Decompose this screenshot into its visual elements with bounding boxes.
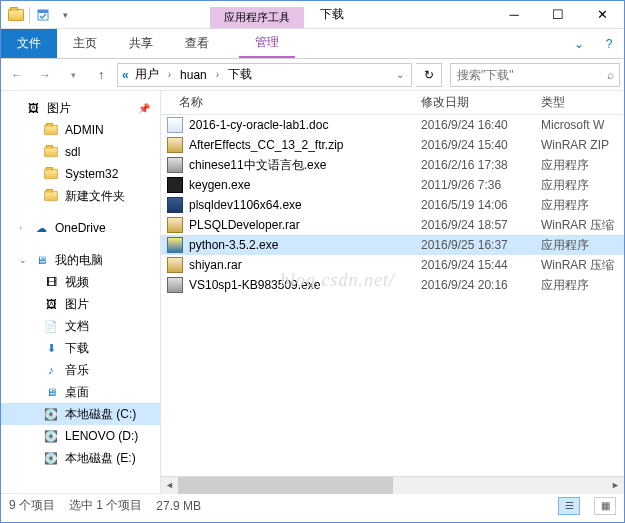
file-type: 应用程序 bbox=[541, 177, 624, 194]
qat-dropdown-icon[interactable]: ▾ bbox=[56, 6, 74, 24]
nav-pane[interactable]: 🖼图片📌 ADMIN sdl System32 新建文件夹 ›☁OneDrive… bbox=[1, 91, 161, 493]
documents-icon: 📄 bbox=[43, 318, 59, 334]
sidebar-item-desktop[interactable]: 🖥桌面 bbox=[1, 381, 160, 403]
file-type: WinRAR 压缩 bbox=[541, 257, 624, 274]
sidebar-item-onedrive[interactable]: ›☁OneDrive bbox=[1, 217, 160, 239]
file-date: 2016/9/24 15:44 bbox=[421, 258, 541, 272]
table-row[interactable]: keygen.exe2011/9/26 7:36应用程序 bbox=[161, 175, 624, 195]
file-name: python-3.5.2.exe bbox=[189, 238, 421, 252]
file-type: 应用程序 bbox=[541, 277, 624, 294]
chevron-right-icon[interactable]: › bbox=[213, 69, 222, 80]
minimize-button[interactable]: ─ bbox=[492, 1, 536, 28]
ribbon-expand-icon[interactable]: ⌄ bbox=[564, 29, 594, 58]
sidebar-item-sdl[interactable]: sdl bbox=[1, 141, 160, 163]
file-date: 2011/9/26 7:36 bbox=[421, 178, 541, 192]
file-date: 2016/9/24 18:57 bbox=[421, 218, 541, 232]
col-date[interactable]: 修改日期 bbox=[421, 94, 541, 111]
file-icon bbox=[161, 177, 189, 193]
sidebar-item-pictures2[interactable]: 🖼图片 bbox=[1, 293, 160, 315]
close-button[interactable]: ✕ bbox=[580, 1, 624, 28]
maximize-button[interactable]: ☐ bbox=[536, 1, 580, 28]
file-name: plsqldev1106x64.exe bbox=[189, 198, 421, 212]
sidebar-item-videos[interactable]: 🎞视频 bbox=[1, 271, 160, 293]
chevron-right-icon[interactable]: › bbox=[165, 69, 174, 80]
file-date: 2016/9/24 15:40 bbox=[421, 138, 541, 152]
table-row[interactable]: AfterEffects_CC_13_2_ftr.zip2016/9/24 15… bbox=[161, 135, 624, 155]
tab-file[interactable]: 文件 bbox=[1, 29, 57, 58]
folder-icon[interactable] bbox=[7, 6, 25, 24]
disk-icon: 💽 bbox=[43, 450, 59, 466]
music-icon: ♪ bbox=[43, 362, 59, 378]
sidebar-item-pictures[interactable]: 🖼图片📌 bbox=[1, 97, 160, 119]
breadcrumb[interactable]: « 用户 › huan › 下载 ⌄ bbox=[117, 63, 412, 87]
file-rows[interactable]: 2016-1-cy-oracle-lab1.doc2016/9/24 16:40… bbox=[161, 115, 624, 476]
up-button[interactable]: ↑ bbox=[89, 63, 113, 87]
desktop-icon: 🖥 bbox=[43, 384, 59, 400]
folder-icon bbox=[43, 188, 59, 204]
sidebar-item-thispc[interactable]: ⌄🖥我的电脑 bbox=[1, 249, 160, 271]
table-row[interactable]: PLSQLDeveloper.rar2016/9/24 18:57WinRAR … bbox=[161, 215, 624, 235]
col-type[interactable]: 类型 bbox=[541, 94, 624, 111]
pc-icon: 🖥 bbox=[33, 252, 49, 268]
crumb-huan[interactable]: huan bbox=[176, 68, 211, 82]
file-icon bbox=[161, 237, 189, 253]
file-name: chinese11中文语言包.exe bbox=[189, 157, 421, 174]
crumb-users[interactable]: 用户 bbox=[131, 66, 163, 83]
horizontal-scrollbar[interactable]: ◄ ► bbox=[161, 476, 624, 493]
sidebar-item-music[interactable]: ♪音乐 bbox=[1, 359, 160, 381]
scroll-track[interactable] bbox=[178, 477, 607, 494]
scroll-left-button[interactable]: ◄ bbox=[161, 477, 178, 494]
search-icon[interactable]: ⌕ bbox=[607, 68, 614, 82]
table-row[interactable]: chinese11中文语言包.exe2016/2/16 17:38应用程序 bbox=[161, 155, 624, 175]
file-icon bbox=[161, 217, 189, 233]
context-tab-group: 应用程序工具 bbox=[210, 1, 304, 28]
sidebar-item-newfolder[interactable]: 新建文件夹 bbox=[1, 185, 160, 207]
file-type: Microsoft W bbox=[541, 118, 624, 132]
folder-icon bbox=[43, 122, 59, 138]
tab-view[interactable]: 查看 bbox=[169, 29, 225, 58]
recent-dropdown[interactable]: ▾ bbox=[61, 63, 85, 87]
table-row[interactable]: plsqldev1106x64.exe2016/5/19 14:06应用程序 bbox=[161, 195, 624, 215]
sidebar-item-admin[interactable]: ADMIN bbox=[1, 119, 160, 141]
tab-share[interactable]: 共享 bbox=[113, 29, 169, 58]
breadcrumb-root-icon[interactable]: « bbox=[122, 68, 129, 82]
search-box[interactable]: ⌕ bbox=[450, 63, 620, 87]
table-row[interactable]: shiyan.rar2016/9/24 15:44WinRAR 压缩 bbox=[161, 255, 624, 275]
help-icon[interactable]: ? bbox=[594, 29, 624, 58]
file-name: keygen.exe bbox=[189, 178, 421, 192]
scroll-thumb[interactable] bbox=[178, 477, 393, 494]
table-row[interactable]: VS10sp1-KB983509.exe2016/9/24 20:16应用程序 bbox=[161, 275, 624, 295]
titlebar: ▾ 应用程序工具 下载 ─ ☐ ✕ bbox=[1, 1, 624, 29]
scroll-right-button[interactable]: ► bbox=[607, 477, 624, 494]
col-name[interactable]: 名称 bbox=[161, 94, 421, 111]
sidebar-item-documents[interactable]: 📄文档 bbox=[1, 315, 160, 337]
crumb-downloads[interactable]: 下载 bbox=[224, 66, 256, 83]
file-type: 应用程序 bbox=[541, 237, 624, 254]
back-button[interactable]: ← bbox=[5, 63, 29, 87]
status-bar: 9 个项目 选中 1 个项目 27.9 MB ☰ ▦ bbox=[1, 493, 624, 517]
tab-home[interactable]: 主页 bbox=[57, 29, 113, 58]
pin-icon: 📌 bbox=[138, 103, 150, 114]
sidebar-item-diskc[interactable]: 💽本地磁盘 (C:) bbox=[1, 403, 160, 425]
file-icon bbox=[161, 117, 189, 133]
file-name: VS10sp1-KB983509.exe bbox=[189, 278, 421, 292]
breadcrumb-dropdown-icon[interactable]: ⌄ bbox=[393, 69, 407, 80]
details-view-button[interactable]: ☰ bbox=[558, 497, 580, 515]
table-row[interactable]: python-3.5.2.exe2016/9/25 16:37应用程序 bbox=[161, 235, 624, 255]
disk-icon: 💽 bbox=[43, 406, 59, 422]
file-date: 2016/9/24 20:16 bbox=[421, 278, 541, 292]
sidebar-item-diskd[interactable]: 💽LENOVO (D:) bbox=[1, 425, 160, 447]
tab-manage[interactable]: 管理 bbox=[239, 29, 295, 58]
table-row[interactable]: 2016-1-cy-oracle-lab1.doc2016/9/24 16:40… bbox=[161, 115, 624, 135]
icons-view-button[interactable]: ▦ bbox=[594, 497, 616, 515]
sidebar-item-diske[interactable]: 💽本地磁盘 (E:) bbox=[1, 447, 160, 469]
sidebar-item-downloads[interactable]: ⬇下载 bbox=[1, 337, 160, 359]
file-date: 2016/5/19 14:06 bbox=[421, 198, 541, 212]
properties-icon[interactable] bbox=[34, 6, 52, 24]
refresh-button[interactable]: ↻ bbox=[416, 63, 442, 87]
status-selected: 选中 1 个项目 bbox=[69, 497, 142, 514]
search-input[interactable] bbox=[457, 68, 607, 82]
sidebar-item-system32[interactable]: System32 bbox=[1, 163, 160, 185]
forward-button[interactable]: → bbox=[33, 63, 57, 87]
videos-icon: 🎞 bbox=[43, 274, 59, 290]
